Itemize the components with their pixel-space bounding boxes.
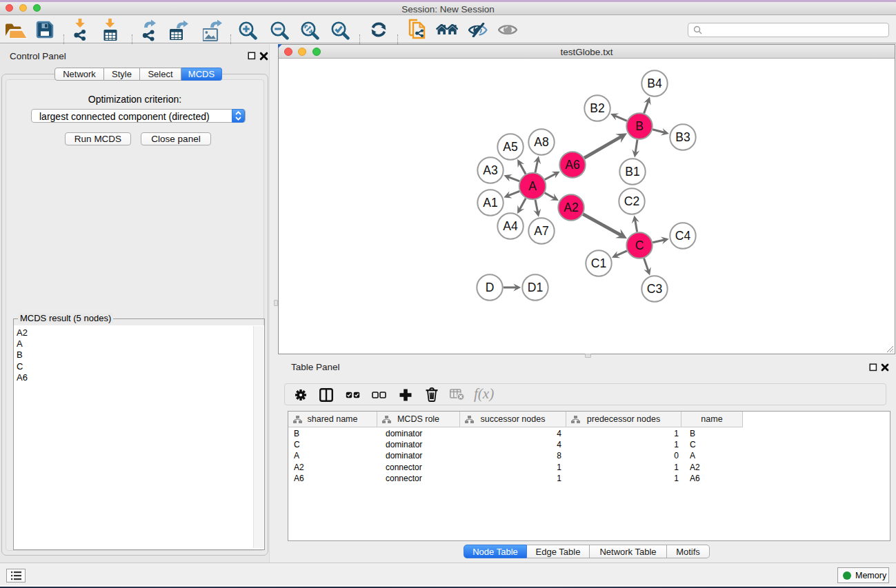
svg-text:B4: B4 bbox=[647, 77, 662, 90]
svg-text:C3: C3 bbox=[647, 282, 662, 296]
svg-text:B3: B3 bbox=[675, 130, 690, 144]
svg-text:A1: A1 bbox=[483, 196, 497, 210]
svg-text:B1: B1 bbox=[625, 165, 639, 179]
svg-text:C4: C4 bbox=[675, 229, 691, 243]
svg-text:C2: C2 bbox=[624, 194, 639, 208]
svg-text:D1: D1 bbox=[528, 281, 543, 294]
svg-text:A: A bbox=[528, 179, 537, 193]
svg-text:A2: A2 bbox=[564, 201, 578, 214]
svg-text:B: B bbox=[635, 119, 644, 133]
svg-text:A3: A3 bbox=[483, 163, 497, 177]
svg-text:C1: C1 bbox=[591, 256, 606, 270]
svg-text:A4: A4 bbox=[503, 219, 518, 233]
svg-text:D: D bbox=[486, 281, 495, 294]
svg-text:A5: A5 bbox=[503, 140, 517, 154]
svg-text:A7: A7 bbox=[534, 224, 548, 238]
svg-text:C: C bbox=[635, 239, 644, 252]
svg-text:A6: A6 bbox=[565, 158, 579, 172]
svg-text:A8: A8 bbox=[534, 135, 548, 149]
svg-text:B2: B2 bbox=[590, 101, 604, 115]
